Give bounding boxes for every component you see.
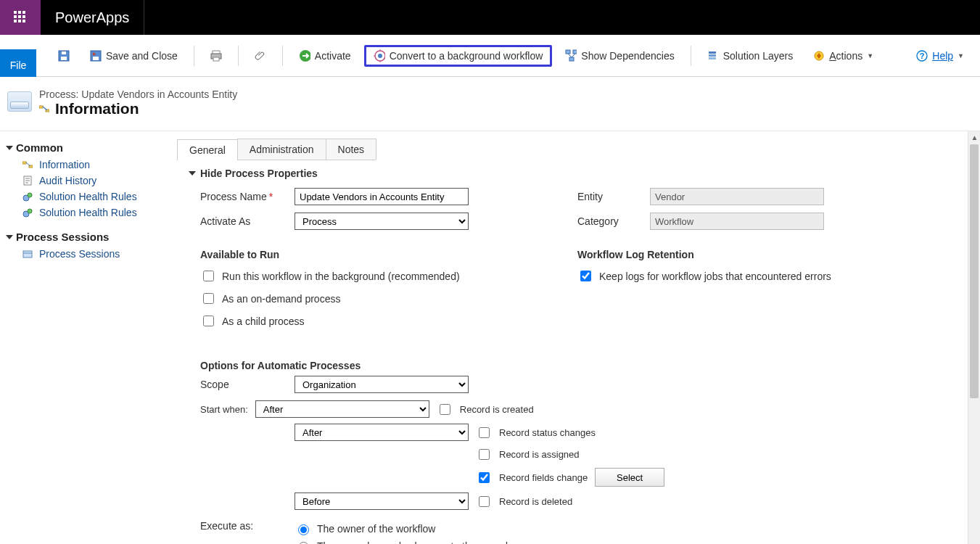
- solution-layers-button[interactable]: Solution Layers: [700, 47, 801, 65]
- keep-logs-label: Keep logs for workflow jobs that encount…: [599, 271, 831, 282]
- hide-properties-toggle[interactable]: Hide Process Properties: [174, 160, 976, 185]
- log-retention-heading: Workflow Log Retention: [577, 237, 950, 265]
- start-when-select-2[interactable]: After: [295, 424, 469, 441]
- child-process-checkbox[interactable]: [203, 316, 214, 326]
- actions-icon: [813, 50, 825, 62]
- convert-background-button[interactable]: Convert to a background workflow: [364, 45, 553, 67]
- save-and-close-button[interactable]: Save and Close: [83, 47, 185, 65]
- health-icon: [22, 207, 33, 218]
- scroll-up-icon: ▲: [968, 131, 980, 144]
- help-link[interactable]: ? Help ▼: [909, 47, 971, 65]
- process-mini-icon: [39, 104, 49, 114]
- process-large-icon: [7, 91, 32, 112]
- app-launcher[interactable]: [0, 0, 41, 35]
- save-close-label: Save and Close: [106, 50, 178, 62]
- record-status-checkbox[interactable]: [479, 427, 490, 438]
- page-title: Information: [55, 100, 139, 118]
- actions-dropdown[interactable]: Actions ▼: [806, 47, 881, 65]
- activate-as-select[interactable]: Process: [295, 213, 469, 230]
- scroll-thumb[interactable]: [970, 144, 979, 398]
- main-content: General Administration Notes Hide Proces…: [174, 131, 980, 544]
- activate-button[interactable]: Activate: [292, 47, 358, 65]
- sidebar-item-solution-health[interactable]: Solution Health Rules: [4, 189, 170, 205]
- svg-rect-13: [569, 57, 574, 61]
- actions-label: ctions: [836, 50, 863, 62]
- app-title: PowerApps: [41, 0, 144, 35]
- process-name-label: Process Name*: [200, 191, 295, 202]
- auto-options-heading: Options for Automatic Processes: [200, 348, 950, 376]
- scrollbar[interactable]: ▲: [968, 131, 980, 544]
- sidebar-item-audit-history[interactable]: Audit History: [4, 173, 170, 189]
- tab-general[interactable]: General: [177, 139, 238, 160]
- triangle-down-icon: [6, 146, 13, 150]
- record-deleted-label: Record is deleted: [499, 496, 572, 507]
- triangle-down-icon: [6, 235, 13, 239]
- exec-owner-label: The owner of the workflow: [317, 523, 435, 535]
- save-close-icon: [90, 50, 102, 62]
- dependencies-label: Show Dependencies: [581, 50, 674, 62]
- sidebar: Common Information Audit History Solutio…: [0, 131, 174, 544]
- keep-logs-checkbox[interactable]: [580, 271, 591, 281]
- health-icon: [22, 191, 33, 202]
- exec-user-label: The user who made changes to the record: [317, 540, 508, 544]
- start-when-select-1[interactable]: After: [255, 400, 429, 418]
- category-label: Category: [577, 215, 650, 227]
- svg-rect-20: [39, 106, 43, 108]
- on-demand-checkbox[interactable]: [203, 293, 214, 304]
- tab-strip: General Administration Notes: [177, 139, 376, 160]
- run-background-checkbox[interactable]: [203, 271, 214, 281]
- show-dependencies-button[interactable]: Show Dependencies: [558, 47, 681, 65]
- record-fields-label: Record fields change: [499, 472, 588, 483]
- page-header: Process: Update Vendors in Accounts Enti…: [0, 77, 980, 131]
- svg-rect-15: [709, 54, 716, 57]
- attach-button[interactable]: [247, 47, 273, 65]
- process-name-input[interactable]: [295, 188, 469, 205]
- convert-icon: [374, 50, 385, 62]
- select-fields-button[interactable]: Select: [595, 468, 664, 487]
- tab-notes[interactable]: Notes: [326, 139, 377, 160]
- activate-as-label: Activate As: [200, 215, 295, 227]
- scope-label: Scope: [200, 379, 295, 390]
- svg-rect-4: [93, 57, 99, 60]
- save-button[interactable]: [51, 47, 77, 65]
- chevron-down-icon: ▼: [958, 52, 964, 59]
- sidebar-item-process-sessions[interactable]: Process Sessions: [4, 246, 170, 262]
- sidebar-group-sessions[interactable]: Process Sessions: [4, 228, 170, 246]
- available-to-run-heading: Available to Run: [200, 237, 577, 265]
- record-created-label: Record is created: [460, 404, 534, 415]
- record-deleted-checkbox[interactable]: [479, 496, 490, 507]
- help-icon: ?: [916, 50, 928, 62]
- print-button[interactable]: [203, 47, 229, 65]
- svg-rect-2: [62, 51, 66, 54]
- start-when-select-3[interactable]: Before: [295, 493, 469, 510]
- record-created-checkbox[interactable]: [440, 404, 450, 415]
- record-fields-checkbox[interactable]: [479, 472, 490, 483]
- activate-label: Activate: [315, 50, 351, 62]
- exec-owner-radio[interactable]: [298, 524, 309, 535]
- record-assigned-checkbox[interactable]: [479, 449, 490, 460]
- child-process-label: As a child process: [222, 316, 305, 327]
- top-bar: PowerApps: [0, 0, 980, 35]
- paperclip-icon: [255, 50, 266, 62]
- sessions-icon: [22, 248, 33, 260]
- svg-rect-22: [22, 162, 26, 164]
- entity-readonly: Vendor: [650, 188, 824, 205]
- svg-rect-29: [23, 251, 32, 257]
- breadcrumb: Process: Update Vendors in Accounts Enti…: [39, 88, 237, 100]
- scope-select[interactable]: Organization: [295, 376, 469, 393]
- save-icon: [58, 50, 70, 62]
- svg-point-26: [28, 193, 32, 197]
- svg-point-28: [28, 209, 32, 213]
- sidebar-group-common[interactable]: Common: [4, 139, 170, 157]
- chevron-down-icon: ▼: [867, 52, 873, 59]
- layers-icon: [707, 50, 719, 62]
- sidebar-item-solution-health[interactable]: Solution Health Rules: [4, 205, 170, 221]
- print-icon: [210, 50, 222, 62]
- triangle-down-icon: [189, 171, 196, 176]
- file-tab[interactable]: File: [0, 49, 36, 77]
- dependencies-icon: [565, 50, 577, 62]
- svg-text:?: ?: [920, 51, 925, 60]
- convert-label: Convert to a background workflow: [390, 50, 543, 62]
- sidebar-item-information[interactable]: Information: [4, 157, 170, 173]
- tab-administration[interactable]: Administration: [237, 139, 326, 160]
